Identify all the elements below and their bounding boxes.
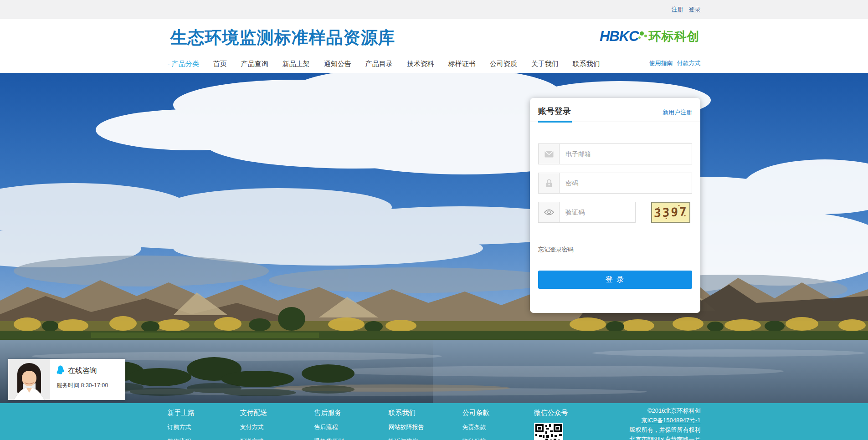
footer-col-payment-delivery: 支付配送 支付方式 配送方式 <box>240 409 267 440</box>
footer-link-delivery-method[interactable]: 配送方式 <box>240 437 267 440</box>
eye-icon <box>539 202 560 222</box>
nav-item-product-search[interactable]: 产品查询 <box>241 60 268 68</box>
login-card: 账号登录 新用户注册 <box>530 98 700 313</box>
login-card-header: 账号登录 新用户注册 <box>530 98 700 122</box>
footer-col-terms: 公司条款 免责条款 隐私保护 <box>462 409 490 440</box>
footer-copyright: ©2016北京环标科创 京ICP备15048947号-1 版权所有，并保留所有权… <box>630 406 701 440</box>
topbar: 注册 登录 <box>0 0 868 19</box>
register-link[interactable]: 注册 <box>672 5 683 14</box>
nav-aux-links: 使用指南 付款方式 <box>649 59 701 67</box>
qq-penguin-icon <box>56 365 64 376</box>
footer-link-payment-method[interactable]: 支付方式 <box>240 423 267 431</box>
nav-item-certificates[interactable]: 标样证书 <box>448 60 476 68</box>
login-link[interactable]: 登录 <box>689 5 701 14</box>
footer-link-disclaimer[interactable]: 免责条款 <box>462 423 490 431</box>
nav-item-new-arrivals[interactable]: 新品上架 <box>282 60 310 68</box>
nav-item-home[interactable]: 首页 <box>213 60 227 68</box>
footer-col-contact: 联系我们 网站故障报告 投诉与建议 <box>389 409 424 440</box>
footer-col-title: 售后服务 <box>314 409 344 417</box>
nav-item-product-category[interactable]: - 产品分类 <box>168 60 199 68</box>
forgot-password-link[interactable]: 忘记登录密码 <box>538 246 574 254</box>
footer-link-aftersales-process[interactable]: 售后流程 <box>314 423 344 431</box>
footer-col-after-sales: 售后服务 售后流程 退换货原则 <box>314 409 344 440</box>
logo-text-en: HBKC <box>600 28 639 45</box>
chat-title: 在线咨询 <box>68 366 97 376</box>
nav-item-announcements[interactable]: 通知公告 <box>324 60 351 68</box>
chat-service-hours: 服务时间 8:30-17:00 <box>56 382 125 389</box>
logo-molecule-icon <box>638 31 647 42</box>
user-guide-link[interactable]: 使用指南 <box>649 59 673 67</box>
captcha-image[interactable]: 3397 <box>651 202 690 223</box>
chat-info: 在线咨询 服务时间 8:30-17:00 <box>50 359 125 400</box>
icp-license-link[interactable]: 京ICP备15048947号-1 <box>641 415 700 425</box>
new-user-register-link[interactable]: 新用户注册 <box>663 108 692 117</box>
main-nav: - 产品分类 首页 产品查询 新品上架 通知公告 产品目录 技术资料 标样证书 … <box>168 60 600 68</box>
email-field-row <box>538 143 692 164</box>
footer-link-complaints-suggestions[interactable]: 投诉与建议 <box>389 437 424 440</box>
hero-section: 账号登录 新用户注册 <box>0 73 868 403</box>
footer-col-title: 联系我们 <box>389 409 424 417</box>
login-card-title: 账号登录 <box>538 106 571 117</box>
footer-link-return-policy[interactable]: 退换货原则 <box>314 437 344 440</box>
envelope-icon <box>539 144 560 164</box>
nav-item-contact-us[interactable]: 联系我们 <box>573 60 600 68</box>
footer-link-shopping-process[interactable]: 购物流程 <box>168 437 195 440</box>
password-input[interactable] <box>560 173 692 193</box>
hero-landscape-image <box>0 73 868 403</box>
footer-link-privacy[interactable]: 隐私保护 <box>462 437 490 440</box>
wechat-qr-code <box>534 423 563 440</box>
password-field-row <box>538 173 692 194</box>
company-logo: HBKC 环标科创 <box>600 28 700 45</box>
captcha-row: 3397 <box>538 202 692 223</box>
copyright-line: ©2016北京环标科创 <box>630 406 701 415</box>
nav-item-product-catalog[interactable]: 产品目录 <box>365 60 393 68</box>
lock-icon <box>539 173 560 193</box>
footer-link-order-method[interactable]: 订购方式 <box>168 423 195 431</box>
logo-text-cn: 环标科创 <box>649 28 700 45</box>
header: 生态环境监测标准样品资源库 HBKC 环标科创 - 产品分类 首页 产品查询 新… <box>0 19 868 73</box>
footer-wechat-block: 微信公众号 <box>534 409 568 440</box>
address-line: 北京市朝阳区育慧南路一号 <box>630 435 701 440</box>
footer-col-title: 新手上路 <box>168 409 195 417</box>
footer: 新手上路 订购方式 购物流程 支付配送 支付方式 配送方式 售后服务 售后流程 … <box>0 403 868 440</box>
footer-col-getting-started: 新手上路 订购方式 购物流程 <box>168 409 195 440</box>
login-submit-button[interactable]: 登 录 <box>538 271 692 289</box>
footer-col-title: 支付配送 <box>240 409 267 417</box>
email-input[interactable] <box>560 144 692 164</box>
nav-item-technical-docs[interactable]: 技术资料 <box>407 60 434 68</box>
rights-line: 版权所有，并保留所有权利 <box>630 425 701 435</box>
nav-item-about-us[interactable]: 关于我们 <box>531 60 559 68</box>
captcha-input[interactable] <box>560 202 635 222</box>
footer-link-site-fault-report[interactable]: 网站故障报告 <box>389 423 424 431</box>
site-title: 生态环境监测标准样品资源库 <box>170 26 395 49</box>
active-tab-indicator <box>538 121 572 123</box>
payment-method-link[interactable]: 付款方式 <box>677 59 701 67</box>
wechat-title: 微信公众号 <box>534 409 568 417</box>
footer-col-title: 公司条款 <box>462 409 490 417</box>
nav-item-company-qualification[interactable]: 公司资质 <box>490 60 517 68</box>
service-agent-avatar <box>8 359 50 400</box>
online-chat-widget[interactable]: 在线咨询 服务时间 8:30-17:00 <box>8 359 125 400</box>
captcha-code-text: 3397 <box>653 205 688 220</box>
